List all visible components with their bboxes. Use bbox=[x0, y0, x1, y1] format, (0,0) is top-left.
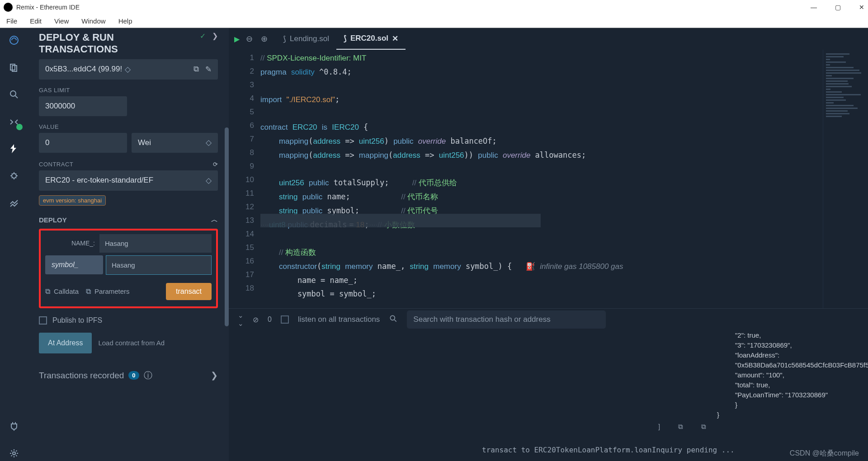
editor-area: ▶ ⊖ ⊕ ⟆Lending.sol ⟆ERC20.sol✕ 123456789… bbox=[229, 28, 868, 461]
svg-point-5 bbox=[13, 452, 15, 455]
menu-help[interactable]: Help bbox=[118, 17, 132, 25]
remix-home-icon[interactable] bbox=[6, 33, 22, 48]
parameters-label[interactable]: Parameters bbox=[94, 287, 130, 295]
param-symbol-input[interactable] bbox=[106, 255, 212, 275]
edit-icon[interactable]: ✎ bbox=[205, 65, 212, 74]
analysis-icon[interactable] bbox=[6, 195, 22, 211]
terminal-search-input[interactable]: Search with transaction hash or address bbox=[407, 310, 606, 329]
icon-sidebar bbox=[0, 28, 28, 461]
app-root: DEPLOY & RUN TRANSACTIONS ✓ ❯ 0x5B3...ed… bbox=[0, 28, 868, 461]
value-label: VALUE bbox=[39, 123, 218, 130]
tab-lending[interactable]: ⟆Lending.sol bbox=[276, 28, 336, 50]
solidity-icon: ⟆ bbox=[283, 34, 286, 44]
deploy-panel: DEPLOY & RUN TRANSACTIONS ✓ ❯ 0x5B3...ed… bbox=[28, 28, 229, 461]
menu-file[interactable]: File bbox=[6, 17, 17, 25]
solidity-icon: ⟆ bbox=[344, 34, 347, 43]
calldata-label[interactable]: Calldata bbox=[54, 287, 79, 295]
refresh-icon[interactable]: ⟳ bbox=[213, 161, 218, 168]
publish-ipfs-checkbox[interactable] bbox=[39, 316, 47, 325]
menubar: File Edit View Window Help bbox=[0, 14, 868, 28]
maximize-button[interactable]: ▢ bbox=[835, 4, 841, 11]
close-button[interactable]: ✕ bbox=[859, 4, 864, 11]
settings-icon[interactable] bbox=[6, 446, 22, 461]
contract-select[interactable]: ERC20 - erc-token-standard/EF◇ bbox=[39, 170, 218, 191]
window-title: Remix - Ethereum IDE bbox=[16, 4, 80, 11]
listen-label: listen on all transactions bbox=[298, 315, 380, 324]
code-editor[interactable]: // SPDX-License-Identifier: MIT pragma s… bbox=[260, 50, 823, 308]
copy-icon[interactable]: ⧉ bbox=[193, 65, 199, 74]
param-name-input[interactable] bbox=[99, 234, 212, 253]
transactions-recorded[interactable]: Transactions recorded 0 ⓘ ❯ bbox=[39, 370, 218, 381]
minimize-button[interactable]: — bbox=[811, 4, 817, 11]
tx-count-badge: 0 bbox=[128, 371, 139, 380]
copy-calldata-icon[interactable]: ⧉ bbox=[45, 287, 50, 296]
panel-title-2: TRANSACTIONS bbox=[39, 43, 118, 55]
value-input[interactable] bbox=[39, 133, 127, 153]
listen-checkbox[interactable] bbox=[281, 315, 289, 324]
panel-title: DEPLOY & RUN bbox=[39, 32, 118, 43]
deploy-icon[interactable] bbox=[6, 141, 22, 156]
svg-point-3 bbox=[10, 91, 16, 96]
chevron-up-icon: ︿ bbox=[211, 216, 218, 224]
at-address-button[interactable]: At Address bbox=[39, 333, 92, 353]
line-gutter: 123456789101112131415161718 bbox=[229, 50, 260, 308]
gas-limit-input[interactable] bbox=[39, 96, 127, 116]
contract-label: CONTRACT⟳ bbox=[39, 161, 218, 168]
menu-window[interactable]: Window bbox=[81, 17, 105, 25]
evm-version-badge: evm version: shanghai bbox=[39, 195, 106, 206]
check-icon: ✓ bbox=[200, 32, 206, 40]
tab-bar: ▶ ⊖ ⊕ ⟆Lending.sol ⟆ERC20.sol✕ bbox=[229, 28, 868, 50]
search-terminal-icon[interactable] bbox=[389, 314, 398, 325]
chevron-right-icon: ❯ bbox=[211, 370, 218, 381]
compiler-icon[interactable] bbox=[6, 114, 22, 129]
search-icon[interactable] bbox=[6, 87, 22, 102]
debugger-icon[interactable] bbox=[6, 168, 22, 183]
deploy-section-header[interactable]: DEPLOY︿ bbox=[39, 216, 218, 224]
param-symbol-label: symbol_ bbox=[45, 255, 103, 274]
play-icon[interactable]: ▶ bbox=[234, 35, 240, 43]
disable-icon[interactable]: ⊘ bbox=[253, 315, 259, 324]
terminal-output[interactable]: "2": true, "3": "1703230869", "loanAddre… bbox=[229, 330, 868, 461]
menu-edit[interactable]: Edit bbox=[30, 17, 42, 25]
unit-select[interactable]: Wei◇ bbox=[132, 133, 218, 153]
panel-scrollbar[interactable] bbox=[225, 127, 229, 326]
plugin-manager-icon[interactable] bbox=[6, 419, 22, 434]
tab-erc20[interactable]: ⟆ERC20.sol✕ bbox=[336, 28, 406, 50]
account-value: 0x5B3...eddC4 (99.99! bbox=[45, 65, 122, 74]
copy-parameters-icon[interactable]: ⧉ bbox=[86, 287, 91, 296]
chevron-right-icon[interactable]: ❯ bbox=[212, 32, 218, 40]
zoom-out-icon[interactable]: ⊖ bbox=[246, 34, 253, 44]
pending-count: 0 bbox=[268, 315, 272, 324]
param-name-label: NAME_: bbox=[45, 240, 99, 247]
transact-button[interactable]: transact bbox=[166, 283, 212, 300]
deploy-params-box: NAME_: symbol_ ⧉ Calldata ⧉ Parameters t… bbox=[39, 229, 218, 308]
file-explorer-icon[interactable] bbox=[6, 60, 22, 75]
app-logo bbox=[4, 3, 13, 12]
watermark: CSDN @哈桑compile bbox=[790, 449, 859, 458]
minimap[interactable] bbox=[823, 50, 868, 308]
load-contract-label: Load contract from Ad bbox=[98, 339, 165, 347]
zoom-in-icon[interactable]: ⊕ bbox=[261, 34, 268, 44]
gas-limit-label: GAS LIMIT bbox=[39, 87, 218, 94]
publish-ipfs-label: Publish to IPFS bbox=[52, 316, 102, 325]
info-icon[interactable]: ⓘ bbox=[144, 370, 152, 381]
copy-output-icon[interactable]: ⧉ bbox=[678, 422, 683, 432]
terminal: ⌄⌄ ⊘ 0 listen on all transactions Search… bbox=[229, 308, 868, 461]
os-titlebar: Remix - Ethereum IDE — ▢ ✕ bbox=[0, 0, 868, 14]
account-select[interactable]: 0x5B3...eddC4 (99.99! ◇ ⧉ ✎ bbox=[39, 59, 218, 80]
svg-point-0 bbox=[10, 36, 18, 44]
close-tab-icon[interactable]: ✕ bbox=[392, 34, 398, 43]
collapse-terminal-icon[interactable]: ⌄⌄ bbox=[238, 311, 244, 328]
menu-view[interactable]: View bbox=[54, 17, 69, 25]
copy-output-icon-2[interactable]: ⧉ bbox=[701, 422, 706, 432]
svg-point-6 bbox=[391, 315, 395, 320]
